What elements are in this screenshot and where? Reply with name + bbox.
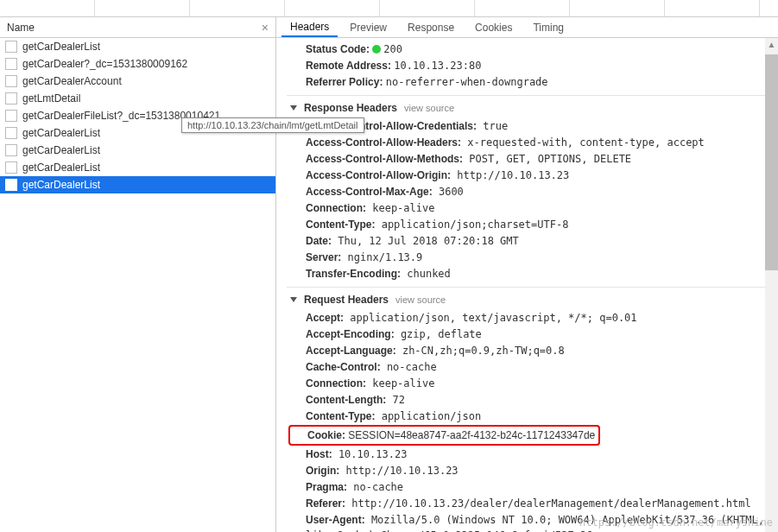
tab-headers[interactable]: Headers (281, 18, 338, 37)
file-icon (5, 144, 17, 156)
remote-address-row: Remote Address: 10.10.13.23:80 (287, 58, 778, 73)
network-request-list-pane: Name × getCarDealerListgetCarDealer?_dc=… (0, 17, 276, 532)
header-row: Host: 10.10.13.23 (287, 446, 778, 462)
name-column-header[interactable]: Name × (0, 17, 275, 38)
header-row: Content-Length: 72 (287, 392, 778, 408)
scroll-thumb[interactable] (765, 54, 778, 270)
file-icon (5, 162, 17, 174)
file-icon (5, 92, 17, 104)
name-column-label: Name (7, 22, 35, 34)
file-icon (5, 58, 17, 70)
close-icon[interactable]: × (262, 21, 269, 35)
chevron-down-icon (290, 105, 297, 111)
request-item-label: getCarDealerAccount (22, 75, 122, 87)
watermark: https://blog.csdn.net/maryshine (579, 516, 773, 529)
header-row: Access-Control-Max-Age: 3600 (287, 184, 778, 200)
header-row: Access-Control-Allow-Origin: http://10.1… (287, 168, 778, 183)
referrer-policy-row: Referrer Policy: no-referrer-when-downgr… (287, 74, 778, 90)
response-headers-section[interactable]: Response Headers view source (287, 95, 778, 118)
headers-panel: Status Code: 200 Remote Address: 10.10.1… (276, 38, 778, 532)
file-icon (5, 110, 17, 122)
header-row: Server: nginx/1.13.9 (287, 250, 778, 265)
header-row: Content-Type: application/json;charset=U… (287, 217, 778, 232)
detail-tab-bar: HeadersPreviewResponseCookiesTiming (276, 17, 778, 38)
top-tab-strip (0, 0, 778, 17)
request-item-label: getCarDealerList (22, 179, 100, 191)
header-row: Transfer-Encoding: chunked (287, 266, 778, 282)
scroll-up-icon[interactable]: ▲ (765, 38, 778, 51)
section-title: Response Headers (304, 100, 397, 116)
request-item-label: getCarDealerList (22, 127, 100, 139)
file-icon (5, 179, 17, 191)
header-row: Connection: keep-alive (287, 200, 778, 216)
tab-timing[interactable]: Timing (524, 19, 572, 36)
view-source-link[interactable]: view source (395, 293, 446, 307)
file-icon (5, 41, 17, 53)
header-row: Pragma: no-cache (287, 479, 778, 495)
chevron-down-icon (290, 297, 297, 302)
section-title: Request Headers (304, 292, 389, 307)
url-tooltip: http://10.10.13.23/chain/lmt/getLmtDetai… (181, 117, 364, 133)
header-row: Cache-Control: no-cache (287, 359, 778, 375)
request-item-label: getLmtDetail (22, 92, 80, 104)
request-item[interactable]: getCarDealer?_dc=1531380009162 (0, 55, 275, 73)
request-item-label: getCarDealerList (22, 41, 100, 53)
tab-cookies[interactable]: Cookies (466, 19, 521, 36)
header-row: Accept-Language: zh-CN,zh;q=0.9,zh-TW;q=… (287, 343, 778, 358)
cookie-header-highlight: Cookie: SESSION=48ea8747-aa2f-4132-b24c-… (288, 425, 600, 446)
request-item[interactable]: getCarDealerList (0, 38, 275, 55)
request-item[interactable]: getCarDealerList (0, 142, 275, 159)
file-icon (5, 75, 17, 87)
header-row: Referer: http://10.10.13.23/dealer/deale… (287, 496, 778, 511)
request-item-label: getCarDealer?_dc=1531380009162 (22, 58, 187, 70)
request-item[interactable]: getCarDealerList (0, 159, 275, 176)
request-item[interactable]: getLmtDetail (0, 90, 275, 107)
tab-preview[interactable]: Preview (341, 19, 395, 36)
status-dot-icon (372, 45, 381, 54)
header-row: Connection: keep-alive (287, 376, 778, 391)
status-code-row: Status Code: 200 (287, 41, 778, 57)
header-row: Origin: http://10.10.13.23 (287, 463, 778, 478)
tab-response[interactable]: Response (399, 19, 463, 36)
scrollbar[interactable]: ▲ (765, 38, 778, 532)
request-headers-section[interactable]: Request Headers view source (287, 287, 778, 310)
request-detail-pane: HeadersPreviewResponseCookiesTiming Stat… (276, 17, 778, 532)
header-row: Access-Control-Allow-Methods: POST, GET,… (287, 151, 778, 167)
header-row: Accept: application/json, text/javascrip… (287, 310, 778, 326)
header-row: Date: Thu, 12 Jul 2018 07:20:18 GMT (287, 233, 778, 249)
file-icon (5, 127, 17, 139)
header-row: Accept-Encoding: gzip, deflate (287, 326, 778, 342)
request-item-label: getCarDealerList (22, 162, 100, 174)
request-item[interactable]: getCarDealerAccount (0, 73, 275, 90)
view-source-link[interactable]: view source (404, 101, 454, 116)
header-row: Access-Control-Allow-Headers: x-requeste… (287, 135, 778, 150)
request-item-label: getCarDealerList (22, 144, 100, 156)
request-list: getCarDealerListgetCarDealer?_dc=1531380… (0, 38, 275, 193)
request-item[interactable]: getCarDealerList (0, 176, 275, 193)
header-row: Content-Type: application/json (287, 408, 778, 424)
